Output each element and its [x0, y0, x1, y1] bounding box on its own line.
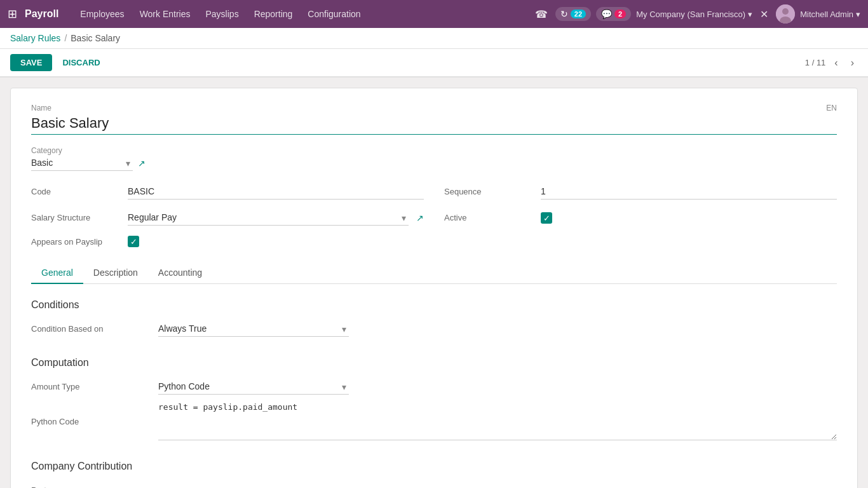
svg-point-1 [782, 8, 789, 15]
category-select[interactable]: Basic [31, 155, 133, 171]
top-menu: Employees Work Entries Payslips Reportin… [74, 5, 532, 23]
grid-icon[interactable]: ⊞ [8, 7, 17, 21]
company-contribution-heading: Company Contribution [31, 461, 837, 472]
appears-on-payslip-label: Appears on Payslip [31, 237, 120, 247]
computation-section: Computation Amount Type Python Code Fixe… [31, 357, 837, 440]
sequence-label: Sequence [444, 187, 533, 196]
breadcrumb-parent[interactable]: Salary Rules [10, 33, 60, 43]
computation-heading: Computation [31, 357, 837, 369]
save-button[interactable]: SAVE [10, 54, 52, 71]
python-code-label: Python Code [31, 417, 158, 426]
breadcrumb: Salary Rules / Basic Salary [0, 28, 868, 49]
salary-structure-select[interactable]: Regular Pay [128, 210, 409, 226]
menu-reporting[interactable]: Reporting [248, 5, 299, 23]
notifications-button[interactable]: ↻ 22 [555, 7, 591, 21]
pagination-info: 1 / 11 [805, 58, 826, 67]
tab-general-content: Conditions Condition Based on Always Tru… [31, 299, 837, 488]
category-label: Category [31, 146, 62, 155]
close-icon[interactable]: ✕ [757, 6, 771, 23]
condition-based-on-select[interactable]: Always True Range Python Expression [158, 321, 349, 337]
salary-structure-external-link-icon[interactable]: ↗ [416, 213, 424, 223]
app-title[interactable]: Payroll [25, 8, 58, 20]
breadcrumb-separator: / [64, 33, 67, 43]
company-selector[interactable]: My Company (San Francisco) ▾ [636, 10, 752, 19]
active-label: Active [444, 213, 533, 222]
appears-on-payslip-field-row: Appears on Payslip [31, 236, 424, 247]
topnav-right: ☎ ↻ 22 💬 2 My Company (San Francisco) ▾ … [532, 4, 860, 24]
code-field-row: Code [31, 184, 424, 200]
amount-type-select[interactable]: Python Code Fixed Percentage Code [158, 379, 349, 395]
condition-based-on-select-wrapper: Always True Range Python Expression [158, 321, 349, 337]
condition-based-on-row: Condition Based on Always True Range Pyt… [31, 321, 837, 337]
conditions-section: Conditions Condition Based on Always Tru… [31, 299, 837, 337]
user-chevron-icon: ▾ [856, 10, 860, 19]
name-input[interactable] [31, 115, 837, 135]
amount-type-label: Amount Type [31, 382, 158, 391]
active-checkbox[interactable] [541, 212, 552, 224]
tab-general[interactable]: General [31, 262, 83, 284]
tab-accounting[interactable]: Accounting [148, 262, 212, 284]
menu-work-entries[interactable]: Work Entries [133, 5, 197, 23]
python-code-row: Python Code result = payslip.paid_amount [31, 402, 837, 440]
language-indicator[interactable]: EN [826, 104, 837, 112]
refresh-icon: ↻ [560, 9, 568, 19]
messages-button[interactable]: 💬 2 [596, 7, 631, 21]
chevron-down-icon: ▾ [748, 10, 752, 19]
condition-based-on-label: Condition Based on [31, 324, 158, 334]
partner-select-wrapper [158, 482, 349, 488]
category-select-wrapper: Basic [31, 155, 133, 171]
code-label: Code [31, 187, 120, 196]
menu-employees[interactable]: Employees [74, 5, 130, 23]
partner-select[interactable] [158, 482, 349, 488]
salary-structure-select-wrapper: Regular Pay [128, 210, 409, 226]
chat-icon: 💬 [601, 9, 612, 19]
amount-type-row: Amount Type Python Code Fixed Percentage… [31, 379, 837, 395]
form-card: Name EN Category Basic ↗ [10, 88, 858, 488]
breadcrumb-current: Basic Salary [71, 33, 120, 43]
user-name: Mitchell Admin [800, 10, 853, 19]
sequence-field-row: Sequence [444, 184, 837, 200]
top-navigation: ⊞ Payroll Employees Work Entries Payslip… [0, 0, 868, 28]
user-menu[interactable]: Mitchell Admin ▾ [800, 10, 860, 19]
partner-row: Partner [31, 482, 837, 488]
salary-structure-label: Salary Structure [31, 213, 120, 222]
python-code-input[interactable]: result = payslip.paid_amount [158, 402, 837, 440]
partner-label: Partner [31, 485, 158, 488]
salary-structure-field-row: Salary Structure Regular Pay ↗ [31, 210, 424, 226]
messages-count: 2 [614, 10, 626, 18]
active-field-row: Active [444, 210, 837, 226]
conditions-heading: Conditions [31, 299, 837, 311]
amount-type-select-wrapper: Python Code Fixed Percentage Code [158, 379, 349, 395]
fields-grid: Code Sequence Salary Structure Regular P [31, 184, 837, 247]
company-name: My Company (San Francisco) [636, 10, 745, 19]
code-input[interactable] [128, 184, 424, 200]
tabs-bar: General Description Accounting [31, 262, 837, 284]
name-field-group: Name EN [31, 104, 837, 135]
notifications-count: 22 [571, 10, 586, 18]
toolbar: SAVE DISCARD 1 / 11 ‹ › [0, 49, 868, 77]
sequence-input[interactable] [541, 184, 837, 200]
menu-configuration[interactable]: Configuration [301, 5, 367, 23]
category-field-group: Category Basic ↗ [31, 145, 837, 171]
name-label: Name [31, 104, 51, 112]
prev-record-button[interactable]: ‹ [831, 56, 841, 70]
main-content: Name EN Category Basic ↗ [0, 78, 868, 488]
category-external-link-icon[interactable]: ↗ [138, 158, 146, 168]
discard-button[interactable]: DISCARD [57, 54, 105, 71]
main-scroll-area: Name EN Category Basic ↗ [0, 78, 868, 488]
next-record-button[interactable]: › [847, 56, 858, 70]
phone-icon[interactable]: ☎ [532, 6, 550, 23]
tab-description[interactable]: Description [83, 262, 148, 284]
appears-on-payslip-checkbox[interactable] [128, 236, 139, 247]
avatar[interactable] [776, 4, 795, 24]
menu-payslips[interactable]: Payslips [200, 5, 245, 23]
company-contribution-section: Company Contribution Partner [31, 461, 837, 488]
